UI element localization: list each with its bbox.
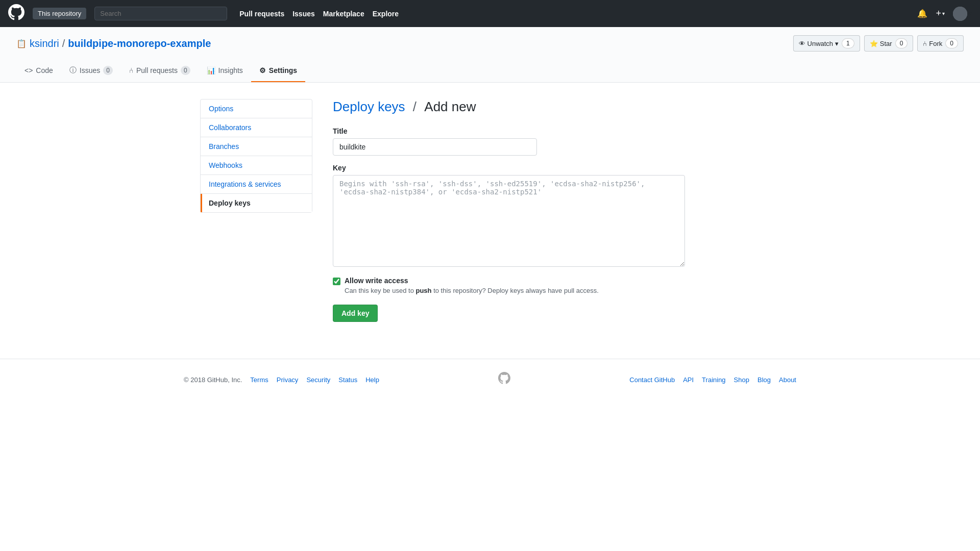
footer-privacy-link[interactable]: Privacy [277, 376, 299, 384]
footer-blog-link[interactable]: Blog [757, 376, 771, 384]
star-count: 0 [895, 38, 908, 48]
breadcrumb-separator: / [62, 38, 65, 49]
tab-insights[interactable]: 📊 Insights [199, 60, 251, 82]
footer-contact-link[interactable]: Contact GitHub [629, 376, 675, 384]
marketplace-nav-link[interactable]: Marketplace [323, 10, 364, 18]
user-caret-icon: ▾ [969, 11, 972, 16]
key-textarea[interactable] [333, 175, 685, 267]
repo-header: 📋 ksindri / buildpipe-monorepo-example 👁… [0, 27, 980, 83]
footer-help-link[interactable]: Help [365, 376, 379, 384]
footer-status-link[interactable]: Status [338, 376, 357, 384]
issues-count: 0 [103, 66, 113, 75]
allow-write-desc-pre: Can this key be used to [345, 287, 415, 294]
deploy-keys-breadcrumb-link[interactable]: Deploy keys [333, 99, 405, 114]
caret-down-icon: ▾ [835, 40, 839, 47]
sidebar-item-collaborators[interactable]: Collaborators [201, 118, 312, 137]
plus-icon: + [936, 8, 941, 19]
avatar [953, 7, 967, 21]
footer-training-link[interactable]: Training [702, 376, 725, 384]
plus-caret-icon: ▾ [942, 11, 945, 16]
settings-sidebar: Options Collaborators Branches Webhooks … [200, 99, 312, 213]
allow-write-desc-post: to this repository? Deploy keys always h… [432, 287, 599, 294]
github-footer-logo [498, 371, 510, 388]
explore-nav-link[interactable]: Explore [373, 10, 399, 18]
key-field-group: Key [333, 164, 780, 268]
repo-icon: 📋 [16, 39, 27, 48]
star-label: Star [880, 40, 892, 47]
page-heading: Deploy keys / Add new [333, 99, 780, 115]
tab-settings[interactable]: ⚙ Settings [251, 60, 305, 82]
repo-tabs: <> Code ⓘ Issues 0 ⑃ Pull requests 0 📊 I… [16, 60, 964, 82]
tab-issues[interactable]: ⓘ Issues 0 [61, 60, 121, 82]
nav-links: Pull requests Issues Marketplace Explore [239, 10, 399, 18]
repo-name-link[interactable]: buildpipe-monorepo-example [68, 38, 211, 49]
code-icon: <> [24, 66, 33, 74]
user-menu[interactable]: ▾ [953, 7, 972, 21]
breadcrumb: 📋 ksindri / buildpipe-monorepo-example [16, 38, 211, 49]
fork-button[interactable]: ⑃ Fork 0 [917, 35, 964, 52]
footer: © 2018 GitHub, Inc. Terms Privacy Securi… [0, 359, 980, 400]
tab-settings-label: Settings [269, 66, 297, 74]
search-input[interactable] [94, 7, 227, 20]
fork-icon: ⑃ [923, 40, 927, 47]
issues-icon: ⓘ [69, 66, 77, 75]
key-label: Key [333, 164, 780, 172]
tab-insights-label: Insights [218, 66, 243, 74]
sidebar-item-deploy-keys[interactable]: Deploy keys [201, 194, 312, 212]
allow-write-checkbox[interactable] [333, 278, 340, 285]
tab-code-label: Code [36, 66, 53, 74]
sidebar-item-branches[interactable]: Branches [201, 137, 312, 156]
main-content: Options Collaborators Branches Webhooks … [184, 83, 796, 338]
pr-count: 0 [181, 66, 190, 75]
footer-inner: © 2018 GitHub, Inc. Terms Privacy Securi… [184, 371, 796, 388]
page-title-separator: / [413, 99, 420, 114]
allow-write-desc-bold: push [415, 287, 431, 294]
footer-about-link[interactable]: About [779, 376, 796, 384]
add-key-button[interactable]: Add key [333, 305, 378, 322]
pr-icon: ⑃ [129, 66, 133, 74]
footer-right: Contact GitHub API Training Shop Blog Ab… [629, 376, 796, 384]
issues-nav-link[interactable]: Issues [292, 10, 315, 18]
title-label: Title [333, 127, 780, 135]
allow-write-description: Can this key be used to push to this rep… [345, 287, 599, 294]
footer-copyright: © 2018 GitHub, Inc. [184, 376, 242, 384]
page-title-rest: Add new [424, 99, 476, 114]
tab-pull-requests[interactable]: ⑃ Pull requests 0 [121, 60, 199, 82]
footer-api-link[interactable]: API [683, 376, 694, 384]
settings-icon: ⚙ [259, 66, 266, 74]
repo-actions: 👁 Unwatch ▾ 1 ⭐ Star 0 ⑃ Fork 0 [793, 35, 964, 52]
title-field-group: Title [333, 127, 780, 156]
title-input[interactable] [333, 138, 537, 156]
insights-icon: 📊 [207, 66, 215, 74]
fork-label: Fork [929, 40, 942, 47]
footer-shop-link[interactable]: Shop [734, 376, 749, 384]
repo-title-row: 📋 ksindri / buildpipe-monorepo-example 👁… [16, 35, 964, 60]
new-item-button[interactable]: + ▾ [936, 8, 945, 19]
footer-left: © 2018 GitHub, Inc. Terms Privacy Securi… [184, 376, 379, 384]
footer-security-link[interactable]: Security [306, 376, 330, 384]
repo-owner-link[interactable]: ksindri [30, 38, 59, 49]
nav-bar: This repository Pull requests Issues Mar… [0, 0, 980, 27]
sidebar-item-integrations[interactable]: Integrations & services [201, 175, 312, 194]
this-repo-button[interactable]: This repository [33, 8, 86, 19]
sidebar-item-webhooks[interactable]: Webhooks [201, 156, 312, 175]
pull-requests-nav-link[interactable]: Pull requests [239, 10, 284, 18]
star-icon: ⭐ [870, 40, 878, 47]
tab-code[interactable]: <> Code [16, 60, 61, 82]
fork-count: 0 [945, 38, 958, 48]
allow-write-text: Allow write access Can this key be used … [345, 277, 599, 294]
watch-label: Unwatch [807, 40, 834, 47]
tab-issues-label: Issues [80, 66, 100, 74]
sidebar-item-options[interactable]: Options [201, 99, 312, 118]
tab-pr-label: Pull requests [136, 66, 178, 74]
github-logo[interactable] [8, 4, 24, 23]
allow-write-label[interactable]: Allow write access [345, 277, 408, 285]
eye-icon: 👁 [799, 40, 805, 47]
notifications-button[interactable]: 🔔 [917, 9, 927, 18]
allow-write-group: Allow write access Can this key be used … [333, 277, 780, 294]
footer-terms-link[interactable]: Terms [250, 376, 268, 384]
nav-right: 🔔 + ▾ ▾ [917, 7, 972, 21]
star-button[interactable]: ⭐ Star 0 [864, 35, 914, 52]
watch-button[interactable]: 👁 Unwatch ▾ 1 [793, 35, 860, 52]
form-area: Deploy keys / Add new Title Key Allow wr… [312, 99, 780, 322]
